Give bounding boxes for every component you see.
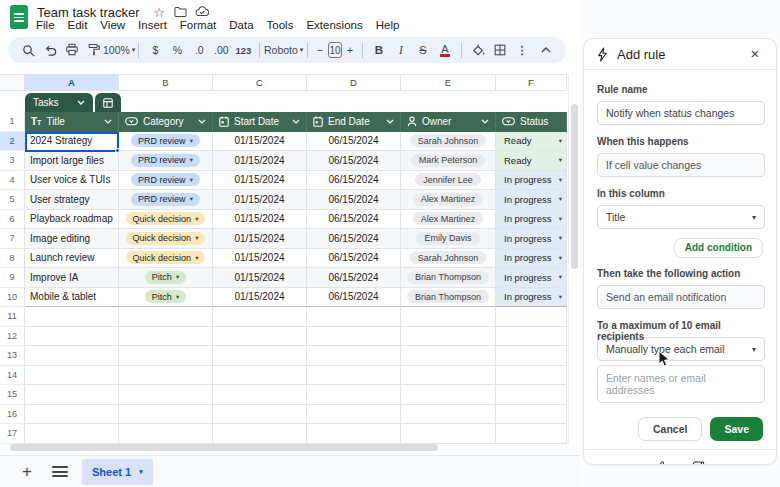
owner-chip[interactable]: Jennifer Lee [415, 173, 481, 186]
empty-cell[interactable] [119, 385, 213, 405]
row-header-12[interactable]: 12 [0, 327, 25, 347]
cell-start-date[interactable]: 01/15/2024 [213, 229, 307, 249]
column-header-b[interactable]: B [119, 74, 213, 91]
empty-cell[interactable] [307, 385, 401, 405]
document-title[interactable]: Team task tracker [37, 5, 140, 20]
empty-cell[interactable] [25, 366, 119, 386]
row-header-11[interactable]: 11 [0, 307, 25, 327]
cell-title[interactable]: Mobile & tablet [25, 288, 119, 308]
column-header-d[interactable]: D [307, 74, 401, 91]
cell-owner[interactable]: Alex Martinez [401, 190, 496, 210]
cell-status[interactable]: Ready▾ [496, 132, 567, 152]
table-column-header-end-date[interactable]: End Date [307, 112, 401, 132]
paint-format-icon[interactable] [84, 40, 104, 60]
increase-decimal-button[interactable]: .00 [211, 40, 231, 60]
format-percent-button[interactable]: % [167, 40, 187, 60]
chevron-down-icon[interactable] [104, 119, 112, 125]
cell-start-date[interactable]: 01/15/2024 [213, 268, 307, 288]
format-currency-button[interactable]: $ [145, 40, 165, 60]
empty-cell[interactable] [496, 385, 567, 405]
status-dropdown-icon[interactable]: ▾ [559, 273, 562, 281]
cell-status[interactable]: In progress▾ [496, 288, 567, 308]
cell-status[interactable]: In progress▾ [496, 229, 567, 249]
column-header-a[interactable]: A [25, 74, 119, 91]
cell-category[interactable]: PRD review▾ [119, 190, 213, 210]
menu-edit[interactable]: Edit [68, 19, 88, 31]
empty-cell[interactable] [213, 346, 307, 366]
empty-cell[interactable] [496, 366, 567, 386]
cell-end-date[interactable]: 06/15/2024 [307, 151, 401, 171]
cell-status[interactable]: In progress▾ [496, 210, 567, 230]
cell-owner[interactable]: Sarah Johnson [401, 249, 496, 269]
save-button[interactable]: Save [710, 417, 763, 441]
status-dropdown-icon[interactable]: ▾ [559, 156, 562, 164]
folder-icon[interactable] [173, 6, 187, 20]
row-header-10[interactable]: 10 [0, 288, 25, 308]
owner-chip[interactable]: Brian Thompson [407, 290, 489, 303]
cell-start-date[interactable]: 01/15/2024 [213, 151, 307, 171]
chevron-down-icon[interactable] [386, 119, 394, 125]
cell-end-date[interactable]: 06/15/2024 [307, 190, 401, 210]
cell-owner[interactable]: Emily Davis [401, 229, 496, 249]
cell-title[interactable]: 2024 Strategy [25, 132, 119, 152]
empty-cell[interactable] [307, 327, 401, 347]
cell-category[interactable]: PRD review▾ [119, 171, 213, 191]
status-dropdown-icon[interactable]: ▾ [559, 215, 562, 223]
all-sheets-menu-icon[interactable] [52, 466, 68, 477]
cell-category[interactable]: Quick decision▾ [119, 229, 213, 249]
column-select[interactable]: Title▾ [597, 205, 765, 229]
chevron-down-icon[interactable] [292, 119, 300, 125]
cell-status[interactable]: In progress▾ [496, 249, 567, 269]
cell-title[interactable]: Image editing [25, 229, 119, 249]
row-header-14[interactable]: 14 [0, 366, 25, 386]
cell-owner[interactable]: Jennifer Lee [401, 171, 496, 191]
empty-cell[interactable] [25, 405, 119, 425]
empty-cell[interactable] [119, 327, 213, 347]
row-header-3[interactable]: 3 [0, 151, 25, 171]
row-header-5[interactable]: 5 [0, 190, 25, 210]
star-icon[interactable]: ☆ [152, 6, 166, 20]
table-menu-icon[interactable] [95, 93, 121, 112]
cell-owner[interactable]: Brian Thompson [401, 288, 496, 308]
category-chip[interactable]: Quick decision▾ [126, 212, 206, 225]
empty-cell[interactable] [401, 366, 496, 386]
cell-owner[interactable]: Alex Martinez [401, 210, 496, 230]
close-icon[interactable]: × [746, 46, 764, 62]
search-icon[interactable] [18, 40, 38, 60]
table-name-tab[interactable]: Tasks [25, 93, 121, 112]
status-dropdown-icon[interactable]: ▾ [559, 234, 562, 242]
empty-cell[interactable] [119, 424, 213, 444]
cell-title[interactable]: Launch review [25, 249, 119, 269]
empty-cell[interactable] [496, 346, 567, 366]
cell-status[interactable]: In progress▾ [496, 171, 567, 191]
owner-chip[interactable]: Sarah Johnson [410, 251, 487, 264]
row-header-4[interactable]: 4 [0, 171, 25, 191]
cell-end-date[interactable]: 06/15/2024 [307, 288, 401, 308]
owner-chip[interactable]: Emily Davis [416, 232, 479, 245]
cell-category[interactable]: PRD review▾ [119, 151, 213, 171]
empty-cell[interactable] [307, 346, 401, 366]
increase-font-size-button[interactable]: + [344, 40, 356, 60]
cell-category[interactable]: Quick decision▾ [119, 210, 213, 230]
menu-format[interactable]: Format [180, 19, 216, 31]
cell-category[interactable]: Quick decision▾ [119, 249, 213, 269]
empty-cell[interactable] [25, 385, 119, 405]
thumbs-up-icon[interactable] [655, 460, 671, 466]
cell-end-date[interactable]: 06/15/2024 [307, 132, 401, 152]
cell-owner[interactable]: Brian Thompson [401, 268, 496, 288]
row-header-13[interactable]: 13 [0, 346, 25, 366]
category-chip[interactable]: Pitch▾ [145, 271, 186, 284]
cell-start-date[interactable]: 01/15/2024 [213, 249, 307, 269]
empty-cell[interactable] [213, 327, 307, 347]
cell-title[interactable]: Import large files [25, 151, 119, 171]
empty-cell[interactable] [496, 405, 567, 425]
more-toolbar-icon[interactable]: ⋮ [512, 40, 532, 60]
add-condition-button[interactable]: Add condition [674, 238, 763, 258]
cell-start-date[interactable]: 01/15/2024 [213, 190, 307, 210]
menu-extensions[interactable]: Extensions [306, 19, 362, 31]
cell-title[interactable]: User strategy [25, 190, 119, 210]
menu-view[interactable]: View [100, 19, 125, 31]
add-sheet-button[interactable]: + [16, 462, 38, 482]
empty-cell[interactable] [213, 366, 307, 386]
column-header-f[interactable]: F [496, 74, 567, 91]
